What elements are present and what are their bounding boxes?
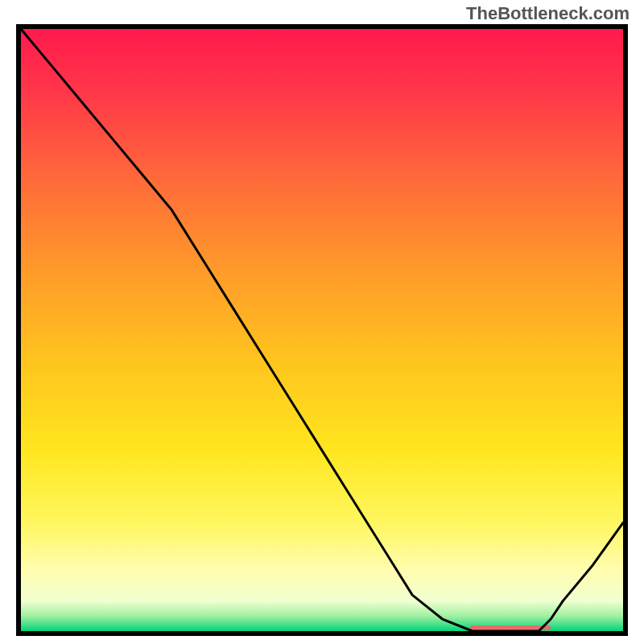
gradient-background [21, 29, 623, 631]
chart-container: TheBottleneck.com [0, 0, 644, 644]
watermark-text: TheBottleneck.com [466, 3, 630, 24]
plot-area [16, 24, 628, 636]
chart-svg [16, 24, 628, 636]
